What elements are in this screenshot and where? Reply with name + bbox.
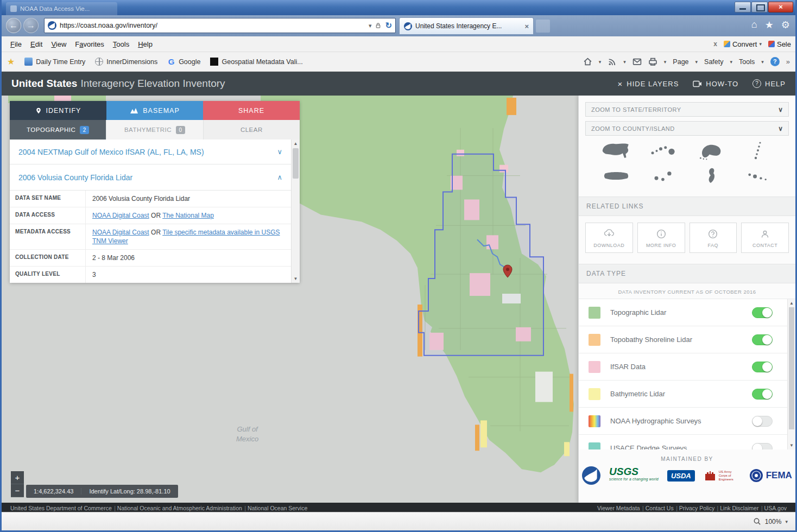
url-text[interactable]: https://coast.noaa.gov/inventory/ <box>60 22 365 29</box>
accordion-2006-volusia[interactable]: 2006 Volusia County Florida Lidar <box>10 164 291 191</box>
noaa-digital-coast-link[interactable]: NOAA Digital Coast <box>92 212 149 219</box>
back-button[interactable]: ← <box>6 18 21 33</box>
territory-northern-mariana-islands-button[interactable] <box>751 141 764 163</box>
territory-hawaii-button[interactable] <box>650 143 677 161</box>
territory-us-virgin-islands-button[interactable] <box>651 169 675 185</box>
home-icon[interactable]: ⌂ <box>751 19 757 31</box>
how-to-button[interactable]: HOW-TO <box>693 80 738 88</box>
territory-puerto-rico-button[interactable] <box>603 169 630 185</box>
scroll-up-icon[interactable]: ▲ <box>788 299 795 307</box>
topographic-lidar-toggle[interactable] <box>752 307 773 318</box>
rss-icon[interactable] <box>608 57 617 66</box>
favorite-google[interactable]: GGoogle <box>167 58 200 66</box>
maximize-button[interactable] <box>751 2 768 12</box>
menu-favorites[interactable]: Favorites <box>71 38 108 50</box>
help-button[interactable]: ?HELP <box>752 79 786 88</box>
detail-row-metadata-access: METADATA ACCESS NOAA Digital Coast OR Ti… <box>10 224 291 250</box>
page-menu[interactable]: Page <box>673 58 688 66</box>
territory-conus-button[interactable] <box>602 142 630 162</box>
noaa-hydrographic-surveys-toggle[interactable] <box>752 416 773 427</box>
new-tab-button[interactable] <box>536 20 550 33</box>
territory-alaska-button[interactable] <box>698 142 723 162</box>
zoom-dropdown-icon[interactable]: ▾ <box>785 519 788 524</box>
scroll-up-icon[interactable]: ▲ <box>292 140 300 148</box>
select-button[interactable]: Sele <box>768 40 791 48</box>
ie-help-icon[interactable]: ? <box>770 57 780 66</box>
add-favorite-star-icon[interactable]: ★ <box>7 56 15 67</box>
settings-gear-icon[interactable]: ⚙ <box>781 19 790 31</box>
tab-close-icon[interactable]: × <box>524 22 529 30</box>
close-window-button[interactable]: × <box>768 2 793 12</box>
download-button[interactable]: DOWNLOAD <box>585 223 633 253</box>
scrollbar-thumb[interactable] <box>789 307 794 429</box>
home-icon[interactable] <box>583 57 592 66</box>
scrollbar-thumb[interactable] <box>293 148 299 179</box>
convert-button[interactable]: Convert▾ <box>724 40 762 48</box>
tab-share[interactable]: SHARE <box>203 101 300 120</box>
scroll-down-icon[interactable]: ▼ <box>788 441 795 449</box>
refresh-icon[interactable]: ↻ <box>385 21 392 30</box>
zoom-out-button[interactable]: − <box>11 484 24 497</box>
footer-link-usa-gov[interactable]: USA.gov <box>761 505 787 511</box>
layers-panel: ZOOM TO STATE/TERRITORY∨ ZOOM TO COUNTY/… <box>578 96 795 503</box>
hide-layers-button[interactable]: ×HIDE LAYERS <box>618 79 679 88</box>
address-bar[interactable]: https://coast.noaa.gov/inventory/ ▾ ↻ <box>44 18 396 33</box>
favorites-star-icon[interactable]: ★ <box>765 19 774 31</box>
contact-button[interactable]: CONTACT <box>741 223 789 253</box>
menu-file[interactable]: File <box>6 38 26 50</box>
app-header: United StatesInteragency Elevation Inven… <box>2 72 795 96</box>
ifsar-data-toggle[interactable] <box>752 362 773 372</box>
scroll-down-icon[interactable]: ▼ <box>292 275 300 283</box>
usace-dredge-surveys-toggle[interactable] <box>752 443 773 450</box>
favorite-daily-time-entry[interactable]: Daily Time Entry <box>24 58 85 66</box>
footer-link-link-disclaimer[interactable]: Link Disclaimer <box>717 505 759 511</box>
footer-link-viewer-metadata[interactable]: Viewer Metadata <box>597 505 640 511</box>
favorite-innerdimensions[interactable]: InnerDimensions <box>95 58 157 66</box>
addon-bar-close-icon[interactable]: x <box>713 40 717 48</box>
bathymetric-lidar-toggle[interactable] <box>752 389 773 400</box>
browser-zoom-level[interactable]: 100% <box>765 518 782 525</box>
legend-swatch-rainbow <box>589 415 600 427</box>
footer-link-noaa[interactable]: National Oceanic and Atmospheric Adminis… <box>114 505 242 511</box>
more-info-button[interactable]: MORE INFO <box>637 223 685 253</box>
forward-button[interactable]: → <box>23 18 39 33</box>
topobathy-shoreline-lidar-toggle[interactable] <box>752 334 773 345</box>
ie-document-icon <box>24 58 33 66</box>
mail-icon[interactable] <box>632 57 642 66</box>
zoom-to-state-dropdown[interactable]: ZOOM TO STATE/TERRITORY∨ <box>585 102 789 117</box>
browser-tab[interactable]: United States Interagency E... × <box>399 17 534 34</box>
menu-help[interactable]: Help <box>134 38 157 50</box>
panel-scrollbar[interactable]: ▲ ▼ <box>291 140 300 283</box>
footer-link-nos[interactable]: National Ocean Service <box>244 505 307 511</box>
accordion-2004-nextmap[interactable]: 2004 NEXTMap Gulf of Mexico IfSAR (AL, F… <box>10 140 291 164</box>
territory-american-samoa-button[interactable] <box>746 169 770 185</box>
footer-link-doc[interactable]: United States Department of Commerce <box>10 505 112 511</box>
subtab-bathymetric[interactable]: BATHYMETRIC0 <box>106 120 203 140</box>
menu-view[interactable]: View <box>47 38 71 50</box>
close-x-icon: × <box>618 79 623 88</box>
subtab-topographic[interactable]: TOPOGRAPHIC2 <box>10 120 106 140</box>
territory-guam-button[interactable] <box>705 167 717 187</box>
footer-link-privacy-policy[interactable]: Privacy Policy <box>676 505 714 511</box>
subtab-clear[interactable]: CLEAR <box>204 120 300 140</box>
zoom-to-county-dropdown[interactable]: ZOOM TO COUNTY/ISLAND∨ <box>585 121 789 136</box>
menu-tools[interactable]: Tools <box>109 38 134 50</box>
tab-basemap[interactable]: BASEMAP <box>106 101 203 120</box>
overflow-chevron-icon[interactable]: » <box>786 58 790 66</box>
safety-menu[interactable]: Safety <box>704 58 723 66</box>
printer-icon[interactable] <box>648 57 657 66</box>
legend-scrollbar[interactable]: ▲ ▼ <box>787 299 795 449</box>
footer-link-contact-us[interactable]: Contact Us <box>642 505 674 511</box>
minimize-button[interactable] <box>735 2 751 12</box>
tools-menu[interactable]: Tools <box>739 58 755 66</box>
noaa-digital-coast-link[interactable]: NOAA Digital Coast <box>92 229 149 236</box>
window-titlebar[interactable]: NOAA Data Access Vie... × <box>2 0 795 15</box>
the-national-map-link[interactable]: The National Map <box>162 212 214 219</box>
favorite-geospatial-metadata[interactable]: Geospatial Metadata Vali... <box>210 58 302 66</box>
faq-button[interactable]: FAQ <box>690 223 737 253</box>
menu-edit[interactable]: Edit <box>26 38 47 50</box>
inactive-window-tab[interactable]: NOAA Data Access Vie... <box>6 2 117 15</box>
zoom-in-button[interactable]: + <box>11 471 24 484</box>
tab-identify[interactable]: IDENTIFY <box>10 101 106 120</box>
url-dropdown-icon[interactable]: ▾ <box>369 22 372 29</box>
